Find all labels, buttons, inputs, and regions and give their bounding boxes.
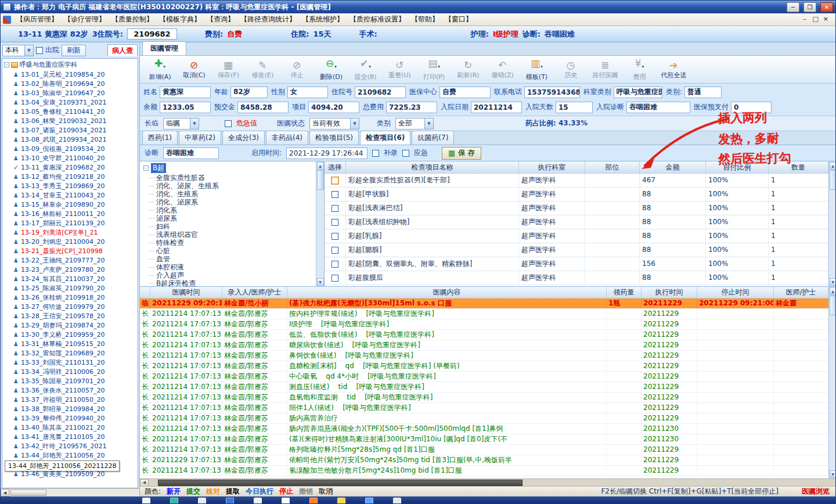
taskbar-app-icon[interactable] [226, 498, 234, 504]
patient-tree-item[interactable]: ♟ 13-25_陈淑英_2109790_20 [4, 283, 138, 293]
patient-tree-item[interactable]: ♟ 13-44_邱艳芳_2110056_20 [4, 451, 138, 460]
patient-tree-item[interactable]: ♟ 13-09_倪祖惠_2109534_20 [4, 144, 138, 153]
admission-no-value[interactable]: 2109682 [127, 28, 177, 39]
patient-tree-item[interactable]: ♟ 13-03_陈淑华_2109647_20 [4, 88, 138, 98]
mdi-close-button[interactable]: × [823, 15, 828, 24]
discharge-checkbox[interactable] [36, 47, 43, 54]
patient-tree-item[interactable]: ✓ 13-11_黄惠深_2109682_20 [4, 163, 138, 172]
form-field-value[interactable]: 7225.23 [386, 102, 437, 113]
scrollbar-thumb[interactable] [158, 480, 522, 486]
exam-item-part[interactable] [585, 271, 640, 285]
exam-tree-item[interactable]: 血管 [143, 255, 315, 263]
print-icon[interactable]: ▤▾ 打印(P) [417, 57, 451, 82]
exam-item-qty[interactable]: 1 [769, 174, 828, 187]
patient-tree-item[interactable]: ♟ 13-42_叶玲_2109576_2021 [4, 441, 138, 451]
exam-item-part[interactable] [585, 201, 640, 215]
order-row[interactable]: 长 20211214 17:07:13 林金霞/郭雁苏 低盐、低脂饮食(描述) … [140, 330, 828, 340]
order-row[interactable]: 临 20211229 09:20:13 林金霞/范小丽 (基)强力枇杷露(无糖型… [140, 298, 828, 309]
scroll-up-icon[interactable]: ▲ [830, 287, 836, 295]
patient-tree-item[interactable]: ♟ 13-29_胡赛玛_2109874_20 [4, 321, 138, 330]
orders-horizontal-scrollbar[interactable]: ◀ [140, 478, 836, 486]
patient-tree-item[interactable]: ♟ 13-07_诸振_2109034_2021 [4, 125, 138, 135]
form-field-value[interactable]: 黄惠深 [160, 87, 211, 98]
menu-item[interactable]: 【质量控制】 [109, 13, 156, 26]
form-field-value[interactable]: 女 [287, 87, 328, 98]
scroll-left-icon[interactable]: ◀ [1, 489, 9, 496]
delete-icon[interactable]: ⊖▾ 删除(D) [315, 57, 348, 82]
order-row[interactable]: 长 20211214 17:07:13 林金霞/郭雁苏 肠内营养混悬液(能全力)… [140, 424, 828, 434]
exam-item-checkbox[interactable] [331, 275, 338, 282]
form-field-value[interactable]: 4094.20 [308, 102, 359, 113]
rearrange-icon[interactable]: ↺ 重整(U) [383, 57, 416, 82]
template-icon[interactable]: ▥▾ 模板(T) [520, 57, 553, 82]
patient-tree-item[interactable]: ♟ 13-10_史守群_2110040_20 [4, 153, 138, 163]
patient-tree-item[interactable]: ♟ 13-15_林章余_2109890_20 [4, 200, 138, 209]
scroll-down-icon[interactable]: ▼ [830, 470, 836, 478]
exam-item-checkbox[interactable] [331, 261, 338, 268]
form-field-value[interactable]: 自费 [439, 87, 491, 98]
order-category-tab[interactable]: 抗菌药(7) [412, 131, 454, 145]
exam-tree-item[interactable]: 消化、泌尿系 [143, 198, 315, 206]
history-icon[interactable]: ◷ 历史 [554, 57, 588, 82]
exam-item-qty[interactable]: 1 [769, 215, 828, 229]
menu-item[interactable]: 【质控标准设置】 [347, 13, 408, 26]
order-row[interactable]: 长 20211214 17:07:13 林金霞/郭雁苏 测血压(描述) tid … [140, 382, 828, 393]
patient-tree-item[interactable]: ♟ 13-16_林前标_2110011_20 [4, 209, 138, 218]
scroll-down-icon[interactable]: ▼ [317, 278, 324, 286]
exam-tree-item[interactable]: 浅表组织器官 [143, 231, 315, 239]
add-icon[interactable]: ✚▾ 新增(A) [143, 57, 176, 82]
order-row[interactable]: 长 20211214 17:07:13 林金霞/郭雁苏 中心吸氧 qd 4*小时… [140, 372, 828, 382]
scrollbar-thumb[interactable] [10, 489, 46, 496]
patient-tree-item[interactable]: ♟ 13-05_鲁修桂_2110441_20 [4, 107, 138, 116]
sidebar-horizontal-scrollbar[interactable]: ◀ [1, 488, 139, 496]
patient-tree-item[interactable]: ♟ 13-28_王信安_2109578_20 [4, 311, 138, 321]
form-field-value[interactable]: 15 [556, 102, 593, 113]
taskbar-app-icon[interactable] [337, 498, 345, 504]
critical-value-checkbox[interactable] [225, 120, 232, 127]
exam-item-qty[interactable]: 1 [769, 188, 828, 201]
order-category-tab[interactable]: 检验项目(5) [309, 131, 359, 145]
taskbar-app-icon[interactable] [198, 498, 206, 504]
refresh-icon[interactable]: ↻ 刷新(R) [452, 57, 485, 82]
patient-tree-item[interactable]: ♟ 13-30_李义桥_2109959_20 [4, 330, 138, 339]
patient-tree-item[interactable]: ♟ 13-41_唐兆菁_2110105_20 [4, 432, 138, 441]
order-category-tab[interactable]: 非药品(4) [266, 131, 308, 145]
exam-tree-item[interactable]: 特殊检查 [143, 239, 315, 247]
taskbar-app-icon[interactable] [309, 498, 318, 504]
exam-item-row[interactable]: 彩超腹膜后 超声医学科 88 100% 1 [325, 271, 828, 285]
close-button[interactable]: ✕ [820, 2, 833, 12]
patient-tree-item[interactable]: ♟ 13-20_刘炳忠_2110004_20 [4, 237, 138, 246]
patient-tree-item[interactable]: ♟ 13-40_陈其亲_2110021_20 [4, 423, 138, 432]
mdi-restore-button[interactable]: □ [812, 15, 818, 24]
decoct-send-icon[interactable]: ➔ 代煎全送 [657, 57, 690, 82]
category-select[interactable]: 全部 ▼ [395, 118, 434, 129]
menu-item[interactable]: 【系统维护】 [299, 13, 347, 26]
scrollbar-thumb[interactable] [830, 296, 836, 315]
tab-order-management[interactable]: 医嘱管理 [142, 41, 186, 55]
scroll-down-icon[interactable]: ▼ [830, 278, 836, 286]
exam-item-checkbox[interactable] [331, 177, 338, 184]
exam-item-qty[interactable]: 1 [769, 229, 828, 243]
exam-item-row[interactable]: 彩超[浅表淋巴结] 超声医学科 88 100% 1 [325, 201, 828, 215]
minimize-button[interactable]: ─ [787, 2, 799, 12]
form-field-value[interactable]: 20211214 [471, 102, 522, 113]
exam-item-part[interactable] [585, 257, 640, 271]
patient-tree-item[interactable]: ♟ 13-21_聂振光[CP]_210998 [4, 246, 138, 255]
patient-tree-root[interactable]: - 呼吸与危重症医学科 [4, 60, 138, 70]
exam-tree-item[interactable]: 心脏 [143, 247, 315, 255]
scrollbar-thumb[interactable] [317, 170, 324, 190]
chevron-down-icon[interactable]: ▼ [24, 45, 33, 56]
diagnosis-input[interactable]: 吞咽困难 [163, 147, 219, 159]
taskbar-app-icon[interactable] [365, 498, 373, 504]
cancel-icon[interactable]: ⊘ 取消(C) [178, 57, 211, 82]
patient-tree-item[interactable]: ♟ 13-33_刘国宪_2110131_20 [4, 358, 138, 367]
exam-item-row[interactable]: 彩超[甲状腺] 超声医学科 88 100% 1 [325, 188, 828, 201]
exam-item-qty[interactable]: 1 [769, 271, 828, 285]
scroll-up-icon[interactable]: ▲ [830, 162, 836, 170]
orders-table-scrollbar[interactable]: ▲ ▼ [828, 287, 836, 478]
order-kind-select[interactable]: 临嘱 ▼ [163, 118, 199, 129]
menu-item[interactable]: 【查询】 [204, 13, 237, 26]
taskbar-app-icon[interactable] [170, 498, 178, 504]
chevron-down-icon[interactable]: ▼ [190, 118, 199, 129]
patient-tree-item[interactable]: ♟ 13-27_何玠途_2109979_20 [4, 302, 138, 311]
